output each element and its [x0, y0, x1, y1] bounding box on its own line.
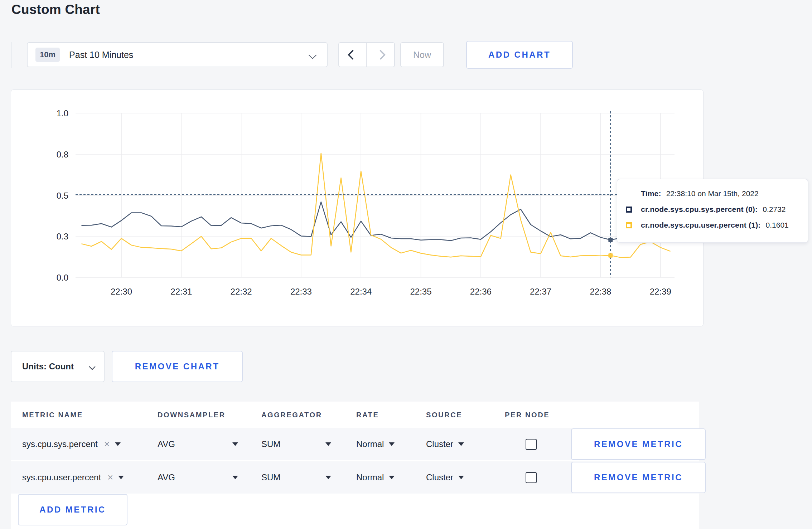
- svg-text:22:31: 22:31: [170, 287, 192, 296]
- header-downsampler: DOWNSAMPLER: [158, 411, 261, 419]
- toolbar-left-divider: [11, 42, 11, 68]
- chevron-right-icon: [376, 50, 386, 60]
- caret-down-icon[interactable]: [118, 476, 124, 479]
- svg-text:22:37: 22:37: [530, 287, 551, 296]
- header-source: SOURCE: [426, 411, 505, 419]
- tooltip-sys-label: cr.node.sys.cpu.sys.percent (0):: [641, 205, 758, 214]
- metric-row: sys.cpu.user.percent × AVG SUM Normal Cl…: [11, 461, 699, 494]
- sys-series-swatch-icon: [626, 207, 632, 213]
- metric-name-value[interactable]: sys.cpu.sys.percent: [22, 439, 98, 449]
- remove-metric-button[interactable]: REMOVE METRIC: [571, 462, 706, 493]
- per-node-checkbox[interactable]: [526, 472, 537, 483]
- caret-down-icon: [458, 476, 464, 479]
- source-select[interactable]: Cluster: [426, 439, 505, 449]
- tooltip-series-row: cr.node.sys.cpu.sys.percent (0): 0.2732: [626, 205, 801, 214]
- caret-down-icon: [389, 442, 395, 446]
- time-prev-button[interactable]: [339, 43, 366, 67]
- metrics-table-header: METRIC NAME DOWNSAMPLER AGGREGATOR RATE …: [11, 402, 699, 428]
- tooltip-user-label: cr.node.sys.cpu.user.percent (1):: [641, 221, 761, 229]
- time-nav-group: [338, 42, 395, 67]
- svg-text:22:39: 22:39: [650, 287, 671, 296]
- svg-text:22:34: 22:34: [350, 287, 372, 296]
- metrics-table: METRIC NAME DOWNSAMPLER AGGREGATOR RATE …: [11, 402, 699, 529]
- add-chart-button[interactable]: ADD CHART: [466, 41, 573, 69]
- chart-tooltip: Time: 22:38:10 on Mar 15th, 2022 cr.node…: [617, 179, 808, 243]
- chevron-down-icon: [309, 51, 317, 59]
- caret-down-icon[interactable]: [115, 442, 121, 446]
- caret-down-icon: [458, 442, 464, 446]
- svg-text:0.3: 0.3: [57, 232, 68, 241]
- tooltip-spacer: [626, 191, 632, 197]
- per-node-checkbox[interactable]: [526, 439, 537, 450]
- units-selector[interactable]: Units: Count: [11, 351, 105, 382]
- aggregator-select[interactable]: SUM: [261, 472, 331, 482]
- tooltip-sys-value: 0.2732: [763, 205, 786, 214]
- tooltip-time-value: 22:38:10 on Mar 15th, 2022: [666, 189, 759, 198]
- remove-metric-button[interactable]: REMOVE METRIC: [571, 428, 706, 460]
- time-range-selector[interactable]: 10m Past 10 Minutes: [27, 42, 328, 67]
- tooltip-time-label: Time:: [641, 189, 661, 198]
- svg-text:0.5: 0.5: [57, 191, 68, 200]
- svg-text:22:38: 22:38: [590, 287, 611, 296]
- header-metric-name: METRIC NAME: [22, 411, 158, 419]
- svg-text:22:32: 22:32: [231, 287, 252, 296]
- downsampler-select[interactable]: AVG: [158, 472, 238, 482]
- header-rate: RATE: [356, 411, 426, 419]
- chevron-left-icon: [348, 50, 358, 60]
- source-select[interactable]: Cluster: [426, 472, 505, 482]
- add-metric-button[interactable]: ADD METRIC: [18, 494, 127, 525]
- svg-text:0.0: 0.0: [57, 273, 68, 282]
- svg-text:22:35: 22:35: [410, 287, 431, 296]
- caret-down-icon: [232, 476, 238, 479]
- metric-name-value[interactable]: sys.cpu.user.percent: [22, 472, 101, 482]
- svg-text:22:36: 22:36: [470, 287, 492, 296]
- tooltip-user-value: 0.1601: [766, 221, 789, 229]
- clear-metric-icon[interactable]: ×: [107, 473, 113, 482]
- timeseries-chart[interactable]: 0.00.30.50.81.022:3022:3122:3222:3322:34…: [11, 90, 703, 315]
- tooltip-series-row: cr.node.sys.cpu.user.percent (1): 0.1601: [626, 221, 801, 229]
- svg-text:0.8: 0.8: [57, 150, 68, 159]
- now-button[interactable]: Now: [400, 42, 444, 67]
- svg-text:22:33: 22:33: [290, 287, 312, 296]
- remove-chart-button[interactable]: REMOVE CHART: [112, 351, 243, 382]
- caret-down-icon: [325, 442, 331, 446]
- page-title: Custom Chart: [11, 2, 100, 17]
- time-range-badge: 10m: [35, 48, 60, 62]
- svg-text:1.0: 1.0: [57, 108, 68, 118]
- units-selector-label: Units: Count: [22, 361, 74, 372]
- caret-down-icon: [232, 442, 238, 446]
- metric-row: sys.cpu.sys.percent × AVG SUM Normal Clu…: [11, 428, 699, 460]
- time-next-button[interactable]: [366, 43, 394, 67]
- svg-text:22:30: 22:30: [111, 287, 132, 296]
- downsampler-select[interactable]: AVG: [158, 439, 238, 449]
- tooltip-time-row: Time: 22:38:10 on Mar 15th, 2022: [626, 189, 801, 198]
- aggregator-select[interactable]: SUM: [261, 439, 331, 449]
- user-series-swatch-icon: [626, 222, 632, 228]
- header-per-node: PER NODE: [505, 411, 564, 419]
- chevron-down-icon: [89, 363, 95, 370]
- caret-down-icon: [325, 476, 331, 479]
- toolbar: 10m Past 10 Minutes Now ADD CHART: [11, 42, 801, 68]
- rate-select[interactable]: Normal: [356, 472, 426, 482]
- chart-card: 0.00.30.50.81.022:3022:3122:3222:3322:34…: [11, 89, 704, 326]
- time-range-label: Past 10 Minutes: [69, 50, 133, 60]
- rate-select[interactable]: Normal: [356, 439, 426, 449]
- header-aggregator: AGGREGATOR: [261, 411, 356, 419]
- caret-down-icon: [389, 476, 395, 479]
- clear-metric-icon[interactable]: ×: [104, 440, 110, 449]
